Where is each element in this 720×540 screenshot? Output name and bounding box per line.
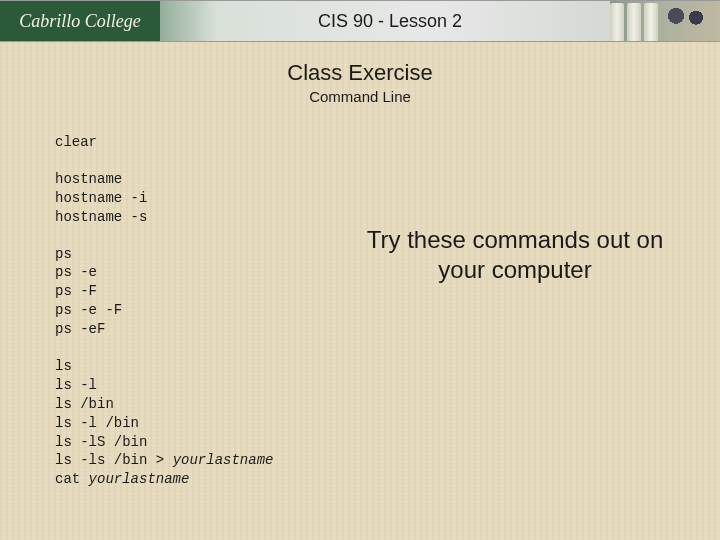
logo-text: Cabrillo College [19, 11, 141, 32]
header-photo [610, 1, 720, 41]
code-ls-lines: ls ls -l ls /bin ls -l /bin ls -lS /bin … [55, 358, 173, 468]
page-title: Class Exercise [0, 60, 720, 86]
pillar-icon [644, 3, 658, 41]
code-ls-arg: yourlastname [173, 452, 274, 468]
page-subtitle: Command Line [0, 88, 720, 105]
pillar-icon [610, 3, 624, 41]
header-band: Cabrillo College CIS 90 - Lesson 2 [0, 0, 720, 42]
code-cat-arg: yourlastname [89, 471, 190, 487]
code-hostname: hostname hostname -i hostname -s [55, 170, 670, 227]
code-cat-pre: cat [55, 471, 89, 487]
people-icon [661, 5, 711, 41]
callout-text: Try these commands out on your computer [360, 225, 670, 285]
college-logo: Cabrillo College [0, 1, 160, 41]
code-ls: ls ls -l ls /bin ls -l /bin ls -lS /bin … [55, 357, 670, 489]
title-area: Class Exercise Command Line [0, 60, 720, 105]
content-area: clear hostname hostname -i hostname -s p… [0, 105, 720, 489]
code-clear: clear [55, 133, 670, 152]
pillar-icon [627, 3, 641, 41]
